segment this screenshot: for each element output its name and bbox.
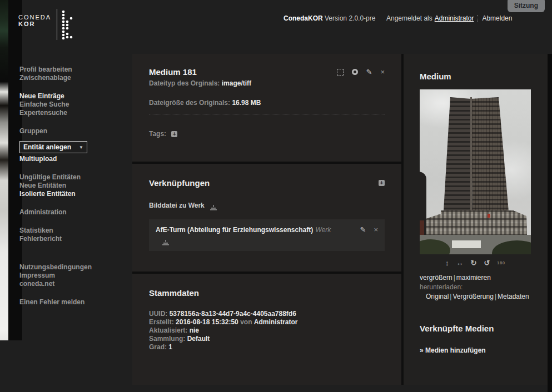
sidebar-item-nutzungsbedingungen[interactable]: Nutzungsbedingungen <box>19 263 131 272</box>
add-tag-icon[interactable]: + <box>171 131 177 137</box>
sidebar-item-isolierte-entitaeten[interactable]: Isolierte Entitäten <box>19 190 131 198</box>
background-right-strip <box>548 54 552 392</box>
filetype-value: image/tiff <box>222 79 251 87</box>
tags-row: Tags: + <box>149 130 385 138</box>
logo-line2: KOR <box>18 21 51 27</box>
flip-vertical-icon[interactable]: ↕ <box>445 259 449 267</box>
flip-horizontal-icon[interactable]: ↔ <box>456 259 464 267</box>
links-section: Verknüpfungen + Bilddatei zu Werk AfE-Tu… <box>132 164 401 272</box>
download-label: herunterladen: <box>420 283 548 291</box>
marker-icon[interactable] <box>352 69 358 75</box>
download-links: Original|Vergrößerung|Metadaten <box>420 293 548 300</box>
collection-row: Sammlung: Default <box>149 335 385 343</box>
medium-detail-panel: Medium 181 ✎ × Dateityp des Orginals: im… <box>132 54 401 385</box>
download-zoom-link[interactable]: Vergrößerung <box>452 293 493 300</box>
uuid-value: 5378156a-8a13-44d7-9a4c-4405aa788fd6 <box>170 310 296 318</box>
logo-divider <box>57 9 57 40</box>
filesize-label: Dateigröße des Originals: <box>149 99 230 107</box>
filetype-row: Dateityp des Orginals: image/tiff <box>149 79 385 87</box>
edit-relation-icon[interactable]: ✎ <box>360 226 366 233</box>
rotate-ccw-icon[interactable]: ↺ <box>484 259 490 267</box>
degree-label: Grad: <box>149 343 167 351</box>
degree-row: Grad: 1 <box>149 343 385 351</box>
degree-value: 1 <box>168 343 172 351</box>
links-heading: Verknüpfungen <box>149 178 210 188</box>
separator: | <box>494 293 498 300</box>
login-separator <box>478 15 478 22</box>
maximize-link[interactable]: maximieren <box>456 274 491 282</box>
uuid-label: UUID: <box>149 310 167 318</box>
sidebar-item-administration[interactable]: Administration <box>19 208 131 217</box>
add-media-link[interactable]: » Medien hinzufügen <box>420 346 548 354</box>
sidebar-item-gruppen[interactable]: Gruppen <box>19 127 131 135</box>
sidebar-item-coneda-net[interactable]: coneda.net <box>19 280 131 288</box>
sidebar-item-zwischenablage[interactable]: Zwischenablage <box>19 74 131 82</box>
filetype-label: Dateityp des Orginals: <box>149 79 220 87</box>
sidebar-item-ungueltige-entitaeten[interactable]: Ungültige Entitäten <box>19 173 131 182</box>
version-text: ConedaKOR Version 2.0.0-pre <box>284 14 375 22</box>
entity-create-dropdown[interactable]: Entität anlegen ▼ <box>19 141 87 153</box>
select-region-icon[interactable] <box>337 69 344 76</box>
sidebar-item-profil-bearbeiten[interactable]: Profil bearbeiten <box>19 66 131 74</box>
created-label: Erstellt: <box>149 318 174 326</box>
logo-line1: CONEDA <box>18 14 51 21</box>
app-name: ConedaKOR <box>284 14 323 22</box>
sidebar-nav: Profil bearbeiten Zwischenablage Neue Ei… <box>19 66 131 306</box>
download-original-link[interactable]: Original <box>426 293 449 300</box>
collapse-target-icon[interactable] <box>162 238 169 248</box>
linked-media-heading: Verknüpfte Medien <box>420 324 548 333</box>
session-button[interactable]: Sitzung <box>508 0 545 12</box>
updated-row: Aktualisiert: nie <box>149 326 385 335</box>
filesize-value: 16.98 MB <box>232 99 261 107</box>
edit-icon[interactable]: ✎ <box>366 68 372 76</box>
collapse-relation-icon[interactable] <box>210 203 217 213</box>
dotted-divider <box>149 114 385 114</box>
logged-in-prefix: Angemeldet als <box>386 14 432 22</box>
created-by-value: Administrator <box>254 318 298 326</box>
close-icon[interactable]: × <box>380 68 385 76</box>
media-preview-image[interactable] <box>420 89 531 254</box>
low-wall <box>452 240 481 248</box>
sidebar-item-expertensuche[interactable]: Expertensuche <box>19 109 131 117</box>
app-window: CONEDA KOR ConedaKOR Version 2.0.0-pre A… <box>0 0 552 392</box>
sidebar-item-statistiken[interactable]: Statistiken <box>19 227 131 235</box>
master-data-heading: Stammdaten <box>149 288 199 298</box>
relation-target-kind: Werk <box>316 226 331 234</box>
sidebar-item-neue-eintraege[interactable]: Neue Einträge <box>19 92 131 100</box>
chevron-down-icon: ▼ <box>79 145 83 150</box>
media-sidebar-panel: Medium ↕ ↔ ↻ ↺ 180 vergrößern|maximieren <box>404 54 548 385</box>
uuid-row: UUID: 5378156a-8a13-44d7-9a4c-4405aa788f… <box>149 310 385 318</box>
media-heading: Medium <box>420 54 548 81</box>
logout-link[interactable]: Abmelden <box>482 14 512 22</box>
sidebar-item-fehler-melden[interactable]: Einen Fehler melden <box>19 298 131 306</box>
collection-label: Sammlung: <box>149 335 185 343</box>
sidebar-item-fehlerbericht[interactable]: Fehlerbericht <box>19 235 131 243</box>
created-by-label: von <box>240 318 252 326</box>
current-user-link[interactable]: Administrator <box>435 14 474 22</box>
rotate-cw-icon[interactable]: ↻ <box>471 259 477 267</box>
add-link-icon[interactable]: + <box>379 180 385 186</box>
created-value: 2016-08-18 15:32:50 <box>176 318 238 326</box>
media-view-links: vergrößern|maximieren <box>420 274 548 282</box>
logo-k-icon <box>61 9 76 43</box>
relation-row[interactable]: AfE-Turm (Abteilung für Erziehungswissen… <box>149 219 385 251</box>
sidebar-item-impressum[interactable]: Impressum <box>19 272 131 280</box>
sidebar-item-multiupload[interactable]: Multiupload <box>19 155 131 163</box>
filesize-row: Dateigröße des Originals: 16.98 MB <box>149 99 385 107</box>
app-logo[interactable]: CONEDA KOR <box>18 9 76 43</box>
collection-value: Default <box>187 335 210 343</box>
login-status: Angemeldet als Administrator Abmelden <box>386 14 512 22</box>
created-row: Erstellt: 2016-08-18 15:32:50 von Admini… <box>149 318 385 326</box>
zoom-link[interactable]: vergrößern <box>420 274 452 282</box>
updated-label: Aktualisiert: <box>149 326 187 334</box>
rotate-180-icon[interactable]: 180 <box>497 261 505 265</box>
download-metadata-link[interactable]: Metadaten <box>498 293 529 300</box>
podium-red-sign <box>488 214 490 218</box>
medium-header-section: Medium 181 ✎ × Dateityp des Orginals: im… <box>132 54 401 162</box>
master-data-section: Stammdaten UUID: 5378156a-8a13-44d7-9a4c… <box>132 274 401 385</box>
background-photo-strip <box>0 0 8 340</box>
sidebar-item-einfache-suche[interactable]: Einfache Suche <box>19 100 131 109</box>
sidebar-item-neue-entitaeten[interactable]: Neue Entitäten <box>19 182 131 190</box>
relation-target-link[interactable]: AfE-Turm (Abteilung für Erziehungswissen… <box>156 226 313 234</box>
remove-relation-icon[interactable]: × <box>374 226 378 233</box>
